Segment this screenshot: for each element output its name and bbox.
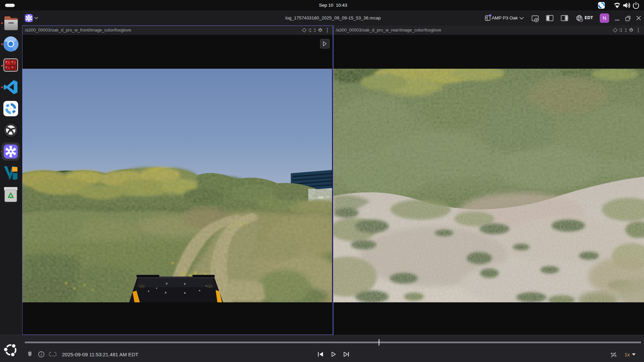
svg-text:N: N: [603, 15, 606, 21]
svg-text:1x: 1x: [625, 352, 630, 357]
